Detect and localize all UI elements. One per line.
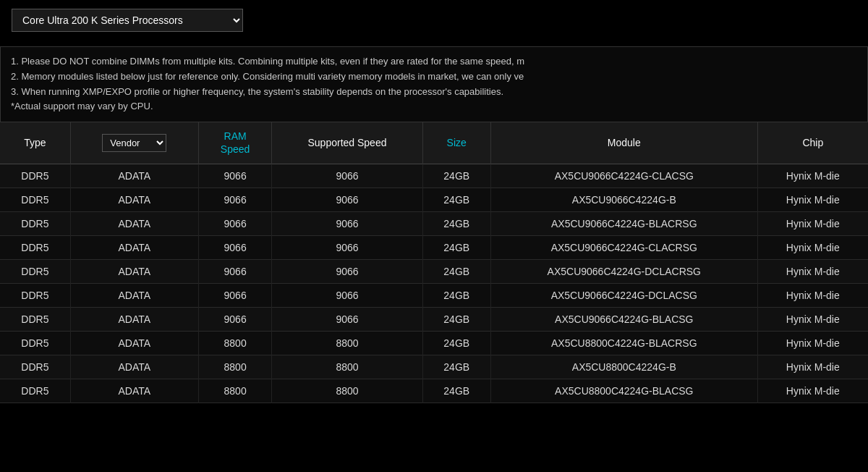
cell-chip: Hynix M-die [757, 331, 868, 355]
table-row: DDR5 ADATA 9066 9066 24GB AX5CU9066C4224… [0, 164, 868, 187]
cell-module: AX5CU9066C4224G-DCLACSG [490, 283, 757, 307]
cell-size: 24GB [422, 331, 490, 355]
cell-module: AX5CU9066C4224G-CLACRSG [490, 235, 757, 259]
cell-size: 24GB [422, 187, 490, 211]
notice-3: 3. When running XMP/EXPO profile or high… [11, 85, 857, 100]
cell-module: AX5CU8800C4224G-BLACSG [490, 379, 757, 403]
cell-module: AX5CU8800C4224G-B [490, 355, 757, 379]
col-header-module: Module [490, 122, 757, 164]
cell-type: DDR5 [0, 211, 70, 235]
vendor-dropdown[interactable]: VendorADATACorsairG.SkillKingstonSamsung [102, 134, 166, 152]
memory-table: Type VendorADATACorsairG.SkillKingstonSa… [0, 122, 868, 403]
notice-2: 2. Memory modules listed below just for … [11, 69, 857, 85]
cell-module: AX5CU9066C4224G-BLACRSG [490, 211, 757, 235]
cell-module: AX5CU9066C4224G-B [490, 187, 757, 211]
cell-type: DDR5 [0, 355, 70, 379]
cell-supported-speed: 8800 [272, 355, 422, 379]
cell-module: AX5CU8800C4224G-BLACRSG [490, 331, 757, 355]
cell-module: AX5CU9066C4224G-BLACSG [490, 307, 757, 331]
cell-vendor: ADATA [70, 187, 198, 211]
cell-chip: Hynix M-die [757, 307, 868, 331]
cell-supported-speed: 9066 [272, 259, 422, 283]
table-row: DDR5 ADATA 8800 8800 24GB AX5CU8800C4224… [0, 379, 868, 403]
cell-module: AX5CU9066C4224G-CLACSG [490, 164, 757, 187]
cell-ram-speed: 8800 [198, 379, 272, 403]
cell-type: DDR5 [0, 283, 70, 307]
cell-type: DDR5 [0, 187, 70, 211]
cell-type: DDR5 [0, 307, 70, 331]
cell-size: 24GB [422, 259, 490, 283]
cell-chip: Hynix M-die [757, 235, 868, 259]
cell-size: 24GB [422, 211, 490, 235]
cell-vendor: ADATA [70, 235, 198, 259]
processor-dropdown[interactable]: Core Ultra 200 K Series Processors [12, 9, 243, 32]
cell-size: 24GB [422, 379, 490, 403]
cell-supported-speed: 9066 [272, 235, 422, 259]
table-row: DDR5 ADATA 8800 8800 24GB AX5CU8800C4224… [0, 355, 868, 379]
cell-vendor: ADATA [70, 211, 198, 235]
cell-supported-speed: 9066 [272, 283, 422, 307]
cell-supported-speed: 9066 [272, 187, 422, 211]
cell-size: 24GB [422, 307, 490, 331]
cell-vendor: ADATA [70, 331, 198, 355]
table-body: DDR5 ADATA 9066 9066 24GB AX5CU9066C4224… [0, 164, 868, 403]
notice-1: 1. Please DO NOT combine DIMMs from mult… [11, 54, 857, 69]
col-header-vendor: VendorADATACorsairG.SkillKingstonSamsung [70, 122, 198, 164]
col-header-supported-speed: Supported Speed [272, 122, 422, 164]
cell-vendor: ADATA [70, 283, 198, 307]
cell-supported-speed: 9066 [272, 164, 422, 187]
cell-ram-speed: 8800 [198, 331, 272, 355]
table-row: DDR5 ADATA 9066 9066 24GB AX5CU9066C4224… [0, 235, 868, 259]
table-row: DDR5 ADATA 9066 9066 24GB AX5CU9066C4224… [0, 259, 868, 283]
top-bar: Core Ultra 200 K Series Processors [0, 0, 868, 41]
table-row: DDR5 ADATA 9066 9066 24GB AX5CU9066C4224… [0, 211, 868, 235]
cell-chip: Hynix M-die [757, 211, 868, 235]
table-header-row: Type VendorADATACorsairG.SkillKingstonSa… [0, 122, 868, 164]
table-row: DDR5 ADATA 8800 8800 24GB AX5CU8800C4224… [0, 331, 868, 355]
cell-ram-speed: 8800 [198, 355, 272, 379]
cell-supported-speed: 8800 [272, 379, 422, 403]
cell-chip: Hynix M-die [757, 355, 868, 379]
cell-chip: Hynix M-die [757, 259, 868, 283]
cell-ram-speed: 9066 [198, 283, 272, 307]
cell-chip: Hynix M-die [757, 187, 868, 211]
notice-4: *Actual support may vary by CPU. [11, 99, 857, 114]
cell-size: 24GB [422, 283, 490, 307]
cell-ram-speed: 9066 [198, 307, 272, 331]
cell-type: DDR5 [0, 164, 70, 187]
table-row: DDR5 ADATA 9066 9066 24GB AX5CU9066C4224… [0, 283, 868, 307]
cell-chip: Hynix M-die [757, 283, 868, 307]
cell-ram-speed: 9066 [198, 211, 272, 235]
cell-vendor: ADATA [70, 259, 198, 283]
col-header-ram-speed: RAM Speed [198, 122, 272, 164]
cell-ram-speed: 9066 [198, 187, 272, 211]
table-row: DDR5 ADATA 9066 9066 24GB AX5CU9066C4224… [0, 307, 868, 331]
table-row: DDR5 ADATA 9066 9066 24GB AX5CU9066C4224… [0, 187, 868, 211]
col-header-type: Type [0, 122, 70, 164]
cell-supported-speed: 9066 [272, 211, 422, 235]
cell-vendor: ADATA [70, 164, 198, 187]
cell-type: DDR5 [0, 331, 70, 355]
cell-size: 24GB [422, 164, 490, 187]
cell-supported-speed: 8800 [272, 331, 422, 355]
cell-module: AX5CU9066C4224G-DCLACRSG [490, 259, 757, 283]
cell-chip: Hynix M-die [757, 379, 868, 403]
cell-vendor: ADATA [70, 379, 198, 403]
cell-chip: Hynix M-die [757, 164, 868, 187]
cell-type: DDR5 [0, 259, 70, 283]
cell-vendor: ADATA [70, 307, 198, 331]
cell-vendor: ADATA [70, 355, 198, 379]
cell-type: DDR5 [0, 235, 70, 259]
cell-size: 24GB [422, 355, 490, 379]
cell-supported-speed: 9066 [272, 307, 422, 331]
notices-section: 1. Please DO NOT combine DIMMs from mult… [0, 46, 868, 122]
cell-ram-speed: 9066 [198, 235, 272, 259]
cell-ram-speed: 9066 [198, 164, 272, 187]
col-header-size: Size [422, 122, 490, 164]
cell-size: 24GB [422, 235, 490, 259]
col-header-chip: Chip [757, 122, 868, 164]
table-wrapper: Type VendorADATACorsairG.SkillKingstonSa… [0, 122, 868, 403]
cell-type: DDR5 [0, 379, 70, 403]
cell-ram-speed: 9066 [198, 259, 272, 283]
